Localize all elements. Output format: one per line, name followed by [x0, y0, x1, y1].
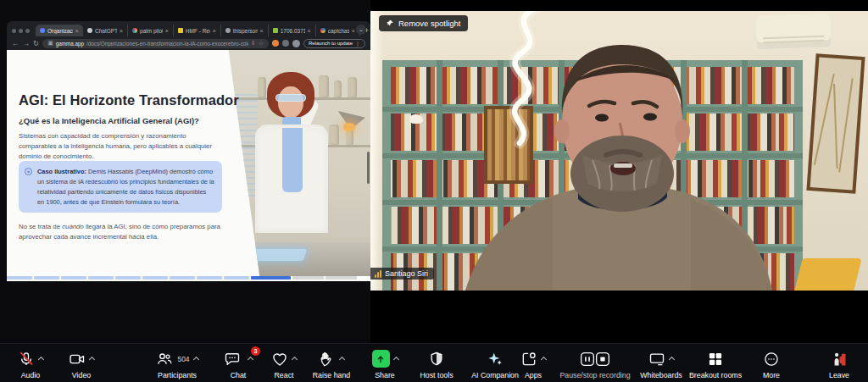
camera-icon [69, 351, 86, 368]
tab-title: captchas [328, 28, 349, 34]
tab-title: 1706.0371 [281, 28, 305, 34]
toolbar-item-video[interactable]: Video [58, 347, 105, 381]
raise-hand-icon [319, 351, 336, 368]
participants-count: 504 [177, 355, 189, 363]
gamma-favicon [40, 28, 45, 33]
audio-level-icon [375, 270, 381, 278]
participants-options-caret[interactable] [193, 357, 199, 363]
share-options-caret[interactable] [392, 357, 398, 363]
toolbar-item-leave[interactable]: Leave [819, 347, 860, 381]
shield-icon [428, 351, 445, 368]
microphone-muted-icon [18, 351, 35, 368]
chat-options-caret[interactable] [248, 357, 253, 363]
tab-title: thisperson [233, 28, 258, 34]
slide-footer-text: No se trata de cuándo llegará la AGI, si… [19, 222, 225, 242]
ai-companion-sparkle-icon [487, 351, 504, 368]
apps-icon [520, 351, 537, 368]
url-path: /docs/Organizaciones-en-transformacion-l… [86, 41, 248, 47]
toolbar-item-chat[interactable]: 3 Chat [214, 347, 262, 381]
toolbar-item-participants[interactable]: 504 Participants [140, 347, 214, 381]
chat-icon [224, 351, 241, 368]
speaker-video: Remove spotlight Santiago Siri [370, 11, 868, 291]
tab-title: palm pilot [140, 28, 163, 34]
url-domain: gamma.app [56, 41, 84, 47]
reload-icon[interactable]: ↻ [33, 40, 39, 47]
slide-lab-illustration [219, 50, 370, 276]
whiteboards-options-caret[interactable] [669, 357, 675, 363]
react-options-caret[interactable] [292, 357, 298, 363]
chat-unread-badge: 3 [251, 346, 260, 356]
more-ellipsis-icon [763, 351, 780, 368]
tab-captchas[interactable]: captchas × [316, 25, 360, 36]
tab-arxiv-paper[interactable]: 1706.0371 × [269, 25, 316, 36]
slide-body-text: Sistemas con capacidad de comprensión y … [19, 131, 225, 162]
extension-icon[interactable] [272, 40, 279, 47]
toolbar-item-breakout-rooms[interactable]: Breakout rooms [676, 347, 754, 381]
remove-spotlight-label: Remove spotlight [398, 19, 460, 28]
leave-meeting-icon [831, 351, 848, 368]
tab-close-icon[interactable]: × [260, 28, 264, 34]
relaunch-label: Relaunch to update [309, 41, 353, 46]
apps-options-caret[interactable] [541, 357, 547, 363]
whiteboard-icon [648, 351, 665, 368]
chatgpt-favicon [87, 28, 92, 33]
tab-palm-pilot[interactable]: palm pilot × [128, 25, 174, 36]
site-favicon [225, 28, 231, 33]
callout-label: Caso ilustrativo: [37, 168, 86, 175]
participant-name-tag: Santiago Siri [370, 268, 434, 280]
video-options-caret[interactable] [89, 357, 95, 363]
toolbar-item-react[interactable]: React [262, 347, 306, 381]
heart-icon [271, 351, 288, 368]
tab-close-icon[interactable]: × [165, 28, 169, 34]
tab-close-icon[interactable]: × [75, 28, 79, 34]
toolbar-item-more[interactable]: More [753, 347, 790, 381]
address-bar[interactable]: ▣ gamma.app /docs/Organizaciones-en-tran… [42, 39, 269, 48]
window-controls[interactable] [12, 25, 30, 36]
tab-close-icon[interactable]: × [352, 28, 355, 34]
bookmark-star-icon[interactable]: ☆ [259, 40, 264, 47]
raise-hand-options-caret[interactable] [339, 357, 345, 363]
share-screen-icon [372, 350, 390, 368]
scrollbar-thumb[interactable] [367, 152, 370, 184]
tab-chatgpt[interactable]: ChatGPT × [83, 25, 128, 36]
pin-icon [387, 19, 394, 27]
tab-close-icon[interactable]: × [308, 28, 311, 34]
tab-search-button[interactable]: ⌄ [356, 25, 366, 35]
slide-progress-bar[interactable] [7, 276, 370, 280]
pause-stop-recording-icon [580, 351, 610, 368]
install-icon[interactable]: ⇩ [251, 40, 256, 47]
toolbar-item-raise-hand[interactable]: Raise hand [301, 347, 362, 381]
remove-spotlight-button[interactable]: Remove spotlight [379, 15, 468, 31]
toolbar-item-audio[interactable]: Audio [7, 347, 54, 381]
forward-icon[interactable]: → [23, 40, 31, 47]
tab-title: HMF - Rec [186, 28, 210, 34]
back-icon[interactable]: ← [12, 40, 19, 47]
site-favicon [320, 28, 326, 33]
profile-avatar[interactable] [292, 40, 300, 47]
toolbar-item-share[interactable]: Share [361, 347, 409, 381]
tab-close-icon[interactable]: × [120, 28, 123, 34]
zoom-meeting-window: Organizaci × ChatGPT × palm pilot × HMF … [0, 0, 868, 382]
audio-options-caret[interactable] [38, 357, 44, 363]
speaker-video-region: Remove spotlight Santiago Siri [370, 0, 868, 343]
tab-close-icon[interactable]: × [213, 28, 216, 34]
tab-organizaciones[interactable]: Organizaci × [36, 25, 83, 36]
tab-thisperson[interactable]: thisperson × [221, 25, 269, 36]
browser-menu-icon[interactable]: ⋮ [355, 41, 360, 47]
site-favicon [178, 28, 183, 33]
breakout-rooms-grid-icon [707, 351, 724, 368]
toolbar-item-host-tools[interactable]: Host tools [409, 347, 464, 381]
tab-hmf[interactable]: HMF - Rec × [174, 25, 221, 36]
site-favicon [132, 28, 137, 33]
participants-icon [156, 351, 173, 368]
gamma-slide: AGI: El Horizonte Transformador ¿Qué es … [7, 50, 370, 281]
tab-title: Organizaci [47, 28, 73, 34]
relaunch-button[interactable]: Relaunch to update ⋮ [303, 39, 365, 48]
participant-name: Santiago Siri [385, 269, 428, 278]
shared-browser-window: Organizaci × ChatGPT × palm pilot × HMF … [7, 21, 370, 281]
speaker-person [370, 11, 868, 291]
site-info-icon[interactable]: ▣ [47, 40, 53, 47]
browser-tab-strip: Organizaci × ChatGPT × palm pilot × HMF … [7, 21, 370, 36]
extensions-puzzle-icon[interactable] [282, 40, 289, 47]
callout-info-icon: ✦ [25, 168, 32, 175]
